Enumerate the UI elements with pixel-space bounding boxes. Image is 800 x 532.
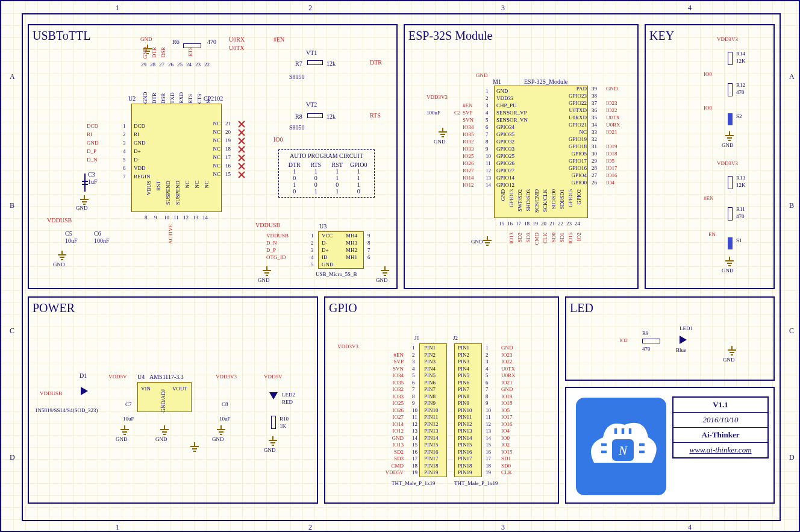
title-usbtottl: USBToTTL (33, 29, 90, 43)
m1-bot-num: 17 (516, 221, 521, 227)
m1-left-num: 14 (486, 182, 491, 188)
j1-pin: PIN12 (424, 421, 439, 427)
vddusb-lbl: VDDUSB (47, 217, 72, 224)
ruler-col-2: 2 (308, 4, 312, 13)
u3-left-pin: D+ (322, 247, 329, 253)
m1-bot-net: SD3 (525, 233, 531, 242)
j1-net: #EN (372, 352, 404, 358)
j2-net: CLK (501, 469, 512, 475)
title-key: KEY (649, 29, 674, 43)
pwr-vddusb: VDDUSB (40, 390, 62, 396)
auto-cell: 1 (305, 168, 327, 175)
ruler-row-b: B (10, 201, 14, 210)
m1-left-net: IO26 (463, 160, 474, 166)
auto-hdr: GPIO0 (348, 161, 370, 168)
m1-left-num: 6 (486, 124, 489, 130)
auto-program-table: AUTO PROGRAM CIRCUIT DTRRTSRSTGPIO0 1111… (278, 149, 375, 198)
u4-part: AMS1117-3.3 (149, 374, 184, 380)
j1-num: 1 (412, 345, 415, 351)
j2-num: 11 (486, 414, 491, 420)
u2-bot-pin: VBUS (146, 181, 152, 195)
j1-num: 16 (412, 449, 417, 455)
c7-val: 10uF (123, 416, 134, 422)
m1-bot-pin: SHD/SD3 (525, 189, 531, 211)
m1-right-net: IO19 (606, 143, 617, 149)
gnd-top (143, 48, 152, 55)
u2-top-num: 28 (150, 61, 155, 67)
j1-net: SD3 (372, 455, 404, 462)
u2-left-pin: D- (134, 157, 140, 163)
auto-cell: 0 (284, 175, 305, 181)
m1-bot-num: 21 (549, 221, 555, 227)
s8050-1: S8050 (289, 74, 305, 80)
gnd-s2-lbl: GND (722, 142, 734, 148)
m1-right-num: 37 (592, 100, 597, 106)
j2-pin: PIN13 (458, 428, 472, 434)
j1-net: CMD (372, 463, 404, 469)
c2-val: 100uF (427, 110, 440, 116)
j1-num: 10 (412, 407, 417, 413)
tb-url[interactable]: www.ai-thinker.com (689, 445, 751, 454)
m1-right-net: IO22 (606, 107, 617, 113)
m1-part: ESP-32S_Module (524, 78, 567, 85)
u2-right-num: 18 (225, 146, 231, 152)
u2-top-pin: RXD (178, 82, 184, 104)
m1-bot-pin: SIO/SD0 (551, 189, 557, 209)
u3-left-pin: VCC (322, 233, 333, 239)
j1-net: VDD5V (372, 469, 404, 475)
m1-bot-pin: SWP/SD2 (517, 189, 523, 211)
u2-right-pin: NC (211, 146, 220, 152)
u4-vin: VIN (141, 386, 151, 392)
block-gpio: GPIO J1 J2 VDD3V3 PIN11PIN22#ENPIN33SVPP… (324, 296, 559, 504)
j2-net: U0TX (501, 366, 515, 372)
r7-val: 12k (327, 60, 336, 67)
led1-symbol (680, 336, 687, 344)
m1-right-pin: U0RXD (560, 114, 587, 120)
j1-pin: PIN3 (424, 358, 436, 365)
d1-part: 1N5819/SS14/S4(SOD_323) (35, 407, 98, 413)
m1-left-num: 8 (486, 139, 489, 145)
j1-pin: PIN16 (424, 449, 439, 455)
j2-net: IO22 (501, 358, 513, 365)
r13-symbol (728, 176, 733, 189)
s2-ref: S2 (736, 113, 742, 119)
u2-bot-pin: NC (194, 181, 200, 189)
m1-left-pin: GPIO12 (496, 182, 514, 188)
u2-top-num: 27 (159, 61, 164, 67)
m1-left-net: IO35 (463, 131, 474, 137)
r14-symbol (728, 52, 733, 65)
u2-left-num: 6 (123, 165, 126, 171)
u2-left-num: 7 (123, 174, 126, 180)
r14-ref: R14 (736, 51, 745, 57)
u2-bot-pin: NC (184, 181, 190, 189)
m1-left-net: SVP (463, 110, 473, 116)
auto-cell: 1 (327, 175, 348, 181)
auto-cell: 1 (327, 168, 348, 175)
u2-top-pin: NC (205, 82, 211, 104)
esp-vdd: VDD3V3 (427, 94, 448, 100)
j2-num: 4 (486, 366, 489, 372)
block-esp: ESP-32S Module M1 ESP-32S_Module VDD3V3 … (404, 24, 639, 289)
j2-net: SD0 (501, 463, 511, 469)
u3-right-num: 8 (367, 240, 370, 246)
m1-left-net: IO12 (463, 182, 474, 188)
m1-right-pin: GPIO22 (560, 100, 587, 106)
m1-bot-net: IO2 (576, 233, 582, 241)
u2-bot-num: 8 (145, 214, 148, 221)
auto-rows: 1111001110010110 (284, 168, 369, 195)
m1-bot-num: 16 (507, 221, 513, 227)
r14-val: 12K (736, 58, 746, 64)
m1-left-num: 9 (486, 146, 489, 152)
u2-top-pin: DTR (151, 82, 157, 104)
m1-left-num: 11 (486, 160, 491, 166)
m1-right-pin: GPIO0 (560, 180, 587, 186)
j2-pin: PIN16 (458, 449, 472, 455)
j2-net: IO17 (501, 414, 513, 420)
gnd-c2-lbl: GND (434, 139, 446, 145)
title-gpio: GPIO (329, 301, 357, 315)
u3-right-num: 7 (367, 247, 370, 253)
m1-right-num: 30 (592, 151, 597, 157)
u2-bot-pin: RST (155, 181, 161, 191)
m1-bot-pin: GPIO2 (576, 189, 582, 205)
gnd-c2 (439, 131, 447, 139)
